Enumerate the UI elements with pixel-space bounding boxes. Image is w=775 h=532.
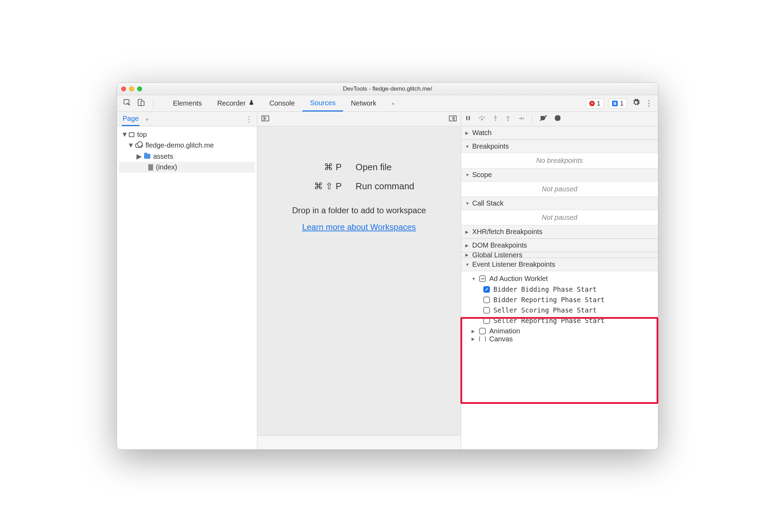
cloud-icon xyxy=(135,143,143,148)
deactivate-breakpoints-icon[interactable] xyxy=(540,115,547,123)
window-zoom-button[interactable] xyxy=(137,86,142,91)
kebab-menu-icon[interactable]: ⋮ xyxy=(645,99,652,108)
svg-point-11 xyxy=(507,120,509,121)
tree-row-origin[interactable]: ▼ fledge-demo.glitch.me xyxy=(119,140,255,151)
svg-rect-3 xyxy=(262,116,269,121)
tree-row-top[interactable]: ▼ top xyxy=(119,129,255,140)
error-icon xyxy=(589,101,595,106)
section-watch[interactable]: ▶Watch xyxy=(461,126,658,140)
section-breakpoints[interactable]: ▼Breakpoints xyxy=(461,140,658,153)
breakpoints-empty: No breakpoints xyxy=(536,157,583,164)
checkbox-icon[interactable] xyxy=(483,317,490,324)
tree-row-file[interactable]: (index) xyxy=(119,162,255,173)
svg-rect-2 xyxy=(141,101,144,106)
devtools-window: DevTools - fledge-demo.glitch.me/ Elemen… xyxy=(117,82,658,450)
navigator-tabs-overflow[interactable]: » xyxy=(146,116,149,122)
elb-category-ad-auction[interactable]: ▼ Ad Auction Worklet xyxy=(461,273,658,284)
elb-seller-scoring-start[interactable]: Seller Scoring Phase Start xyxy=(461,305,658,315)
window-title: DevTools - fledge-demo.glitch.me/ xyxy=(117,85,658,92)
elb-bidder-reporting-start[interactable]: Bidder Reporting Phase Start xyxy=(461,294,658,305)
pause-icon[interactable] xyxy=(465,115,471,123)
step-out-icon[interactable] xyxy=(506,115,510,123)
step-into-icon[interactable] xyxy=(493,115,498,123)
scope-empty: Not paused xyxy=(542,185,577,193)
toggle-debugger-icon[interactable] xyxy=(449,115,457,123)
section-dom-breakpoints[interactable]: ▶DOM Breakpoints xyxy=(461,239,658,252)
section-global-listeners[interactable]: ▶Global Listeners xyxy=(461,252,658,258)
elb-category-animation[interactable]: ▶ Animation xyxy=(461,326,658,336)
checkbox-icon[interactable] xyxy=(483,307,490,314)
svg-rect-7 xyxy=(466,116,467,120)
step-over-icon[interactable] xyxy=(478,115,485,123)
workspaces-link[interactable]: Learn more about Workspaces xyxy=(302,222,416,232)
tab-overflow[interactable]: » xyxy=(384,95,402,111)
svg-point-9 xyxy=(481,119,483,120)
settings-icon[interactable] xyxy=(632,98,640,108)
debugger-pane: ▶Watch ▼Breakpoints No breakpoints ▼Scop… xyxy=(461,112,658,449)
svg-point-12 xyxy=(523,118,524,119)
tab-console[interactable]: Console xyxy=(262,95,302,111)
tab-network[interactable]: Network xyxy=(343,95,384,111)
frame-icon xyxy=(129,132,134,137)
elb-seller-reporting-start[interactable]: Seller Reporting Phase Start xyxy=(461,315,658,326)
folder-icon xyxy=(144,154,150,159)
message-icon xyxy=(612,101,618,106)
run-command-label: Run command xyxy=(356,181,432,192)
svg-rect-0 xyxy=(124,100,129,104)
error-badge[interactable]: 1 xyxy=(586,99,604,108)
svg-rect-8 xyxy=(469,116,470,120)
tree-row-folder[interactable]: ▶ assets xyxy=(119,151,255,162)
main-toolbar: Elements Recorder Console Sources Networ… xyxy=(117,95,658,112)
navigator-pane: Page » ⋮ ▼ top ▼ fledge-demo.glitch.me ▶… xyxy=(117,112,257,449)
workspace-hint: Drop in a folder to add to workspace xyxy=(292,206,426,215)
editor-pane: ⌘ P Open file ⌘ ⇧ P Run command Drop in … xyxy=(257,112,461,449)
file-tree: ▼ top ▼ fledge-demo.glitch.me ▶ assets (… xyxy=(117,126,257,175)
titlebar: DevTools - fledge-demo.glitch.me/ xyxy=(117,83,658,95)
checkbox-icon[interactable] xyxy=(479,336,486,341)
checkbox-mixed-icon[interactable] xyxy=(479,275,486,282)
elb-category-canvas[interactable]: ▶ Canvas xyxy=(461,336,658,341)
pause-on-exceptions-icon[interactable] xyxy=(555,115,561,123)
editor-footer xyxy=(257,435,461,449)
svg-point-10 xyxy=(495,119,496,121)
checkbox-checked-icon[interactable] xyxy=(483,286,490,293)
open-file-shortcut: ⌘ P xyxy=(286,162,342,173)
section-callstack[interactable]: ▼Call Stack xyxy=(461,197,658,210)
callstack-empty: Not paused xyxy=(542,214,577,221)
inspect-icon[interactable] xyxy=(123,99,131,108)
navigator-tab-page[interactable]: Page xyxy=(122,112,140,126)
toggle-navigator-icon[interactable] xyxy=(261,115,269,123)
run-command-shortcut: ⌘ ⇧ P xyxy=(286,181,342,192)
device-toolbar-icon[interactable] xyxy=(137,99,145,108)
section-scope[interactable]: ▼Scope xyxy=(461,168,658,182)
file-icon xyxy=(148,164,153,171)
section-event-listener-breakpoints[interactable]: ▼Event Listener Breakpoints xyxy=(461,258,658,271)
open-file-label: Open file xyxy=(356,162,432,173)
section-xhr-breakpoints[interactable]: ▶XHR/fetch Breakpoints xyxy=(461,225,658,239)
tab-sources[interactable]: Sources xyxy=(302,95,343,111)
window-minimize-button[interactable] xyxy=(129,86,134,91)
flask-icon xyxy=(249,99,254,107)
navigator-menu-icon[interactable]: ⋮ xyxy=(245,115,252,123)
tab-recorder[interactable]: Recorder xyxy=(209,95,261,111)
tab-elements[interactable]: Elements xyxy=(165,95,209,111)
step-icon[interactable] xyxy=(518,115,524,123)
checkbox-icon[interactable] xyxy=(479,328,486,334)
checkbox-icon[interactable] xyxy=(483,297,490,303)
message-badge[interactable]: 1 xyxy=(609,99,627,108)
window-close-button[interactable] xyxy=(121,86,126,91)
svg-rect-5 xyxy=(449,116,456,121)
elb-bidder-bidding-start[interactable]: Bidder Bidding Phase Start xyxy=(461,284,658,294)
